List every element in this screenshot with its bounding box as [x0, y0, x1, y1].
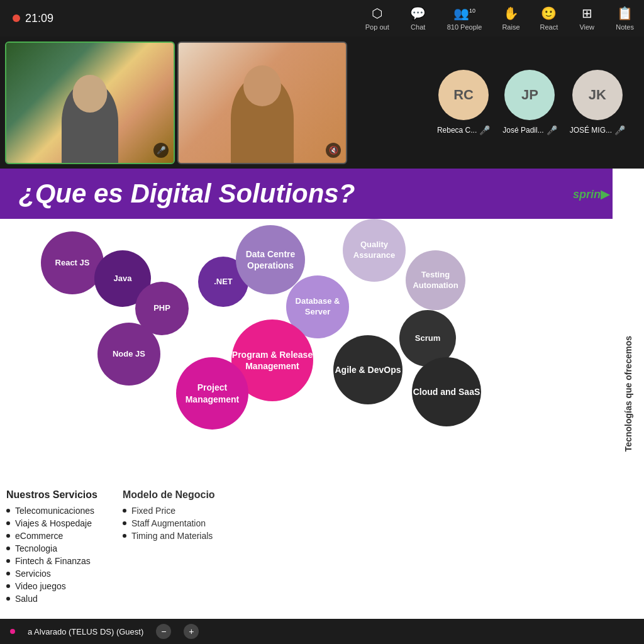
video-person-1 — [6, 43, 174, 163]
sprint-logo: sprin▶ — [573, 187, 609, 201]
participant-avatars: RC Rebeca C... 🎤 JP José Padil... 🎤 JK — [418, 36, 644, 169]
raise-label: Raise — [502, 23, 519, 31]
react-button[interactable]: 🙂 React — [530, 2, 569, 35]
popout-button[interactable]: ⬡ Pop out — [355, 2, 399, 35]
minus-button[interactable]: − — [156, 624, 171, 639]
react-icon: 🙂 — [541, 6, 557, 21]
participant-jk-controls: JOSÉ MIG... 🎤 — [570, 125, 625, 135]
notes-label: Notes — [616, 23, 634, 31]
participant-jk-name: JOSÉ MIG... — [570, 126, 612, 135]
slide-title-banner: ¿Que es Digital Solutions? — [0, 169, 644, 219]
avatar-jp: JP — [504, 70, 555, 120]
bubble-agile: Agile & DevOps — [333, 335, 402, 404]
service-item: Viajes & Hospedaje — [6, 517, 97, 530]
participant-name-bottom: a Alvarado (TELUS DS) (Guest) — [28, 627, 143, 636]
top-bar: 21:09 ⬡ Pop out 💬 Chat 👥10 810 People ✋ … — [0, 0, 644, 36]
popout-icon: ⬡ — [372, 6, 382, 21]
timer-section: 21:09 — [0, 12, 66, 25]
people-label: 810 People — [447, 23, 482, 31]
bottom-slide-section: Nuestros Servicios TelecomunicacionesVia… — [0, 483, 644, 611]
main-area: 🎤 🔇 RC Rebeca C... 🎤 JP — [0, 36, 644, 619]
bubble-data-centre: Data Centre Operations — [236, 225, 305, 294]
vertical-text-label: Tecnologías que ofrecemos — [623, 336, 633, 452]
people-icon: 👥10 — [453, 6, 475, 21]
mic-muted-2: 🔇 — [326, 143, 341, 158]
avatar-rc: RC — [438, 70, 489, 120]
participant-rc: RC Rebeca C... 🎤 — [437, 70, 490, 135]
participant-jp-controls: José Padil... 🎤 — [502, 125, 557, 135]
raise-icon: ✋ — [503, 6, 519, 21]
view-icon: ⊞ — [582, 6, 592, 21]
bubble-react-js: React JS — [41, 231, 104, 294]
modelo-item: Fixed Price — [123, 504, 215, 517]
plus-button[interactable]: + — [184, 624, 199, 639]
top-section: 🎤 🔇 RC Rebeca C... 🎤 JP — [0, 36, 644, 169]
view-label: View — [579, 23, 594, 31]
video-thumbnails: 🎤 🔇 — [0, 36, 352, 169]
avatar-jk: JK — [572, 70, 623, 120]
video-person-2 — [179, 43, 346, 163]
presentation-area: ¿Que es Digital Solutions? sprin▶ React … — [0, 169, 644, 619]
mic-icon-jk: 🎤 — [614, 125, 625, 135]
notes-button[interactable]: 📋 Notes — [606, 2, 644, 35]
service-item: Salud — [6, 592, 97, 605]
raise-button[interactable]: ✋ Raise — [492, 2, 530, 35]
video-thumb-1: 🎤 — [5, 42, 175, 164]
modelo-title: Modelo de Negocio — [123, 489, 215, 501]
bubble-quality: Quality Assurance — [343, 219, 406, 282]
participant-rc-name: Rebeca C... — [437, 126, 477, 135]
service-item: Telecomunicaciones — [6, 504, 97, 517]
servicios-section: Nuestros Servicios TelecomunicacionesVia… — [6, 489, 97, 605]
service-item: Tecnologia — [6, 542, 97, 555]
servicios-list: TelecomunicacionesViajes & HospedajeeCom… — [6, 504, 97, 605]
participant-jp-name: José Padil... — [502, 126, 543, 135]
view-button[interactable]: ⊞ View — [568, 2, 606, 35]
slide-content: ¿Que es Digital Solutions? sprin▶ React … — [0, 169, 644, 619]
notes-icon: 📋 — [617, 6, 633, 21]
video-thumb-2: 🔇 — [177, 42, 347, 164]
modelo-section: Modelo de Negocio Fixed PriceStaff Augme… — [123, 489, 215, 605]
participant-jk: JK JOSÉ MIG... 🎤 — [570, 70, 625, 135]
service-item: Fintech & Finanzas — [6, 555, 97, 567]
modelo-list: Fixed PriceStaff AugmentationTiming and … — [123, 504, 215, 542]
chat-label: Chat — [411, 23, 425, 31]
people-button[interactable]: 👥10 810 People — [437, 2, 492, 35]
participant-jp: JP José Padil... 🎤 — [502, 70, 557, 135]
service-item: Video juegos — [6, 580, 97, 592]
popout-label: Pop out — [365, 23, 389, 31]
vertical-text-container: Tecnologías que ofrecemos — [613, 169, 644, 619]
mic-muted-1: 🎤 — [153, 143, 169, 158]
bubble-project: Project Management — [176, 357, 248, 430]
mic-icon-rc: 🎤 — [479, 125, 490, 135]
modelo-item: Timing and Materials — [123, 530, 215, 542]
react-label: React — [540, 23, 558, 31]
participant-rc-controls: Rebeca C... 🎤 — [437, 125, 490, 135]
recording-indicator — [10, 629, 15, 634]
bottom-bar: a Alvarado (TELUS DS) (Guest) − + — [0, 619, 644, 644]
chat-button[interactable]: 💬 Chat — [399, 2, 437, 35]
bubble-cloud: Cloud and SaaS — [412, 357, 481, 426]
modelo-item: Staff Augmentation — [123, 517, 215, 530]
service-item: Servicios — [6, 567, 97, 580]
bubble-testing: Testing Automation — [406, 250, 465, 310]
slide-title: ¿Que es Digital Solutions? — [19, 179, 355, 208]
service-item: eCommerce — [6, 530, 97, 542]
bubbles-area: React JSJavaPHP.NETNode JSData Centre Op… — [0, 219, 644, 483]
servicios-title: Nuestros Servicios — [6, 489, 97, 501]
bubble-nodejs: Node JS — [97, 323, 160, 386]
record-indicator — [13, 14, 20, 22]
mic-icon-jp: 🎤 — [547, 125, 557, 135]
timer-display: 21:09 — [25, 12, 53, 25]
top-bar-actions: ⬡ Pop out 💬 Chat 👥10 810 People ✋ Raise … — [355, 2, 644, 35]
chat-icon: 💬 — [410, 6, 426, 21]
